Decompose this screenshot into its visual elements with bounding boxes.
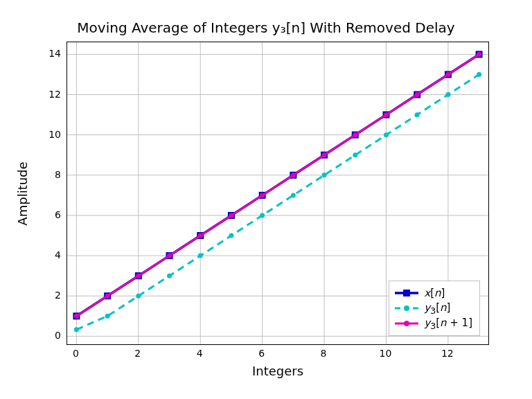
- legend-label-x: x[n]: [424, 287, 445, 299]
- x-tick-label: 4: [197, 348, 203, 359]
- y-tick-label: 8: [33, 169, 61, 180]
- svg-point-36: [291, 193, 296, 197]
- svg-point-29: [74, 327, 79, 332]
- legend-entry-x: x[n]: [395, 285, 472, 301]
- x-tick-label: 0: [73, 348, 79, 359]
- chart-container: Moving Average of Integers y₃[n] With Re…: [0, 0, 532, 399]
- svg-point-37: [322, 172, 327, 177]
- svg-point-53: [384, 112, 389, 117]
- svg-point-56: [477, 52, 481, 57]
- y-tick-label: 2: [33, 290, 61, 301]
- legend-entry-y3: y3[n]: [395, 301, 472, 316]
- svg-point-31: [136, 294, 141, 299]
- svg-point-32: [167, 274, 172, 278]
- svg-point-33: [198, 254, 203, 258]
- svg-point-30: [105, 314, 110, 319]
- y-tick-label: 4: [33, 249, 61, 260]
- y-tick-label: 0: [33, 330, 61, 341]
- x-tick-label: 6: [258, 348, 265, 359]
- legend: x[n] y3[n] y3[n + 1]: [389, 281, 480, 336]
- svg-point-51: [322, 152, 327, 157]
- svg-point-55: [445, 72, 450, 77]
- y-tick-label: 12: [33, 89, 61, 100]
- svg-point-39: [384, 132, 389, 137]
- svg-point-38: [353, 152, 357, 157]
- chart-title: Moving Average of Integers y₃[n] With Re…: [0, 19, 532, 36]
- svg-point-44: [105, 294, 110, 299]
- svg-rect-58: [403, 290, 410, 296]
- legend-label-y3: y3[n]: [424, 301, 450, 316]
- x-tick-label: 2: [134, 348, 141, 359]
- svg-point-41: [445, 92, 450, 97]
- svg-point-42: [477, 72, 481, 77]
- svg-point-60: [404, 305, 409, 311]
- y-axis-label: Amplitude: [15, 42, 29, 345]
- x-tick-label: 10: [380, 348, 392, 359]
- svg-point-50: [291, 172, 296, 177]
- svg-point-48: [229, 213, 233, 218]
- svg-point-45: [136, 274, 141, 278]
- x-tick-label: 8: [321, 348, 327, 359]
- legend-swatch-y3: [395, 302, 418, 314]
- svg-point-40: [415, 112, 420, 117]
- legend-swatch-x: [395, 287, 418, 299]
- svg-point-47: [198, 233, 203, 238]
- plot-area: x[n] y3[n] y3[n + 1]: [66, 42, 489, 345]
- legend-entry-y3shift: y3[n + 1]: [395, 316, 472, 331]
- svg-point-43: [74, 314, 79, 319]
- svg-point-52: [353, 132, 357, 137]
- y-tick-label: 6: [33, 209, 61, 220]
- y-tick-label: 10: [33, 129, 61, 140]
- x-tick-label: 12: [441, 348, 454, 359]
- svg-point-46: [167, 254, 172, 258]
- y-tick-label: 14: [33, 48, 61, 59]
- x-axis-label: Integers: [66, 364, 489, 378]
- svg-point-49: [260, 193, 265, 197]
- legend-swatch-y3shift: [395, 317, 418, 330]
- svg-point-62: [404, 321, 409, 326]
- svg-point-35: [260, 213, 265, 218]
- svg-point-34: [229, 233, 233, 238]
- svg-point-54: [415, 92, 420, 97]
- legend-label-y3shift: y3[n + 1]: [424, 317, 472, 331]
